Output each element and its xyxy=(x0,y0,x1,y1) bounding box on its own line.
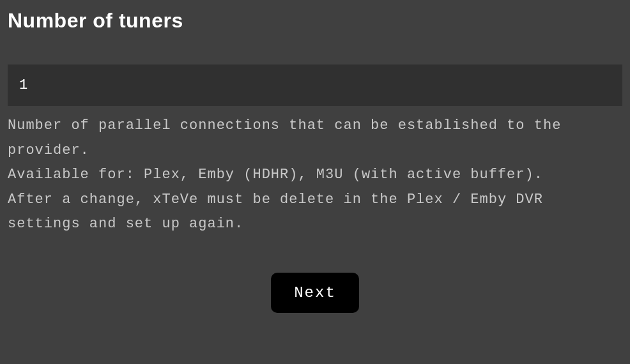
tuner-select[interactable]: 1 xyxy=(8,64,622,106)
description-text: Number of parallel connections that can … xyxy=(8,114,622,237)
next-button[interactable]: Next xyxy=(271,273,359,313)
page-title: Number of tuners xyxy=(8,9,622,33)
button-row: Next xyxy=(8,273,622,313)
